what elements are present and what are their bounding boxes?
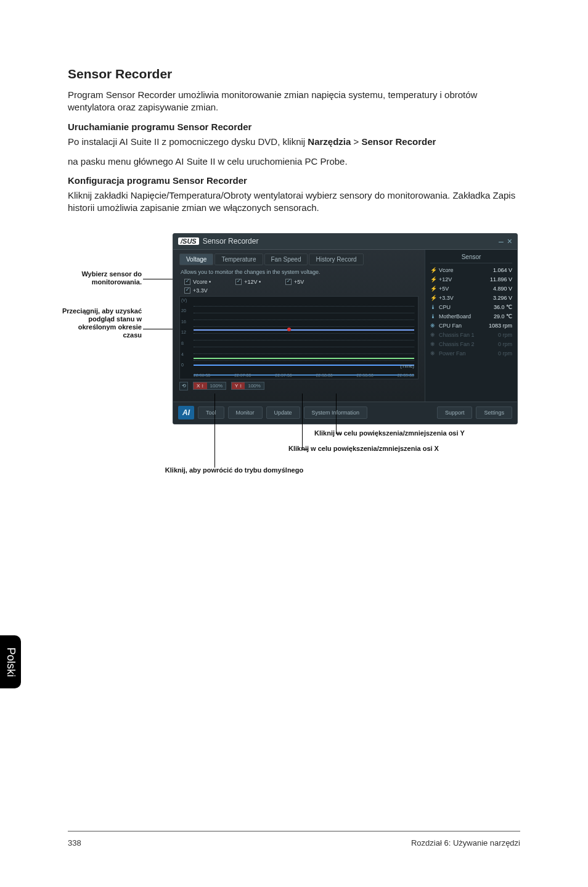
- bottom-btn-tool[interactable]: Tool: [198, 406, 224, 419]
- sensor-icon: ❋: [430, 341, 436, 347]
- zoom-y-label: Y ↕: [232, 382, 245, 389]
- sensor-row: ⚡Vcore1.064 V: [430, 267, 512, 273]
- bold-tools: Narzędzia: [308, 136, 351, 147]
- zoom-y-control[interactable]: Y ↕ 100%: [231, 382, 264, 390]
- sensor-value: 0 rpm: [498, 332, 512, 338]
- sensor-value: 29.0 ℃: [494, 313, 512, 320]
- config-body: Kliknij zakładki Napięcie/Temperatura/Ob…: [68, 189, 520, 215]
- sensor-icon: 🌡: [430, 313, 436, 320]
- zoom-reset-button[interactable]: ⟲: [179, 382, 188, 390]
- tab-voltage[interactable]: Voltage: [179, 254, 213, 265]
- checkbox-icon[interactable]: [235, 279, 242, 285]
- sensor-checkbox-row2: +3.3V: [184, 287, 419, 294]
- close-button[interactable]: ×: [507, 236, 512, 246]
- x-tick: 22:57:30: [275, 373, 292, 377]
- voltage-chart[interactable]: (V) 20 16 12 8 4 0: [179, 296, 419, 379]
- callout-line: [336, 394, 337, 434]
- sensor-side-panel: Sensor ⚡Vcore1.064 V⚡+12V11.896 V⚡+5V4.8…: [425, 250, 517, 402]
- bottom-btn-support[interactable]: Support: [437, 406, 473, 419]
- zoom-x-control[interactable]: X ↕ 100%: [193, 382, 226, 390]
- x-tick: 22:58:30: [357, 373, 374, 377]
- x-tick: 22:59:00: [398, 373, 414, 377]
- sensor-value: 36.0 ℃: [494, 304, 512, 310]
- callout-line: [214, 394, 215, 468]
- x-tick: 22:56:30: [194, 373, 210, 377]
- y-tick: 4: [181, 352, 192, 357]
- tab-history-record[interactable]: History Record: [309, 254, 363, 265]
- sensor-checkbox-row: Vcore • +12V • +5V: [184, 279, 419, 285]
- checkbox-label: +12V •: [244, 279, 261, 285]
- sensor-name: CPU Fan: [439, 323, 489, 329]
- y-tick: 8: [181, 341, 192, 345]
- sensor-panel-header: Sensor: [430, 254, 512, 263]
- checkbox-icon[interactable]: [184, 279, 190, 285]
- txt: Po instalacji AI Suite II z pomocniczego…: [68, 136, 308, 147]
- callout-line: [302, 394, 303, 449]
- chart-x-axis: 22:56:30 22:57:00 22:57:30 22:58:00 22:5…: [194, 373, 414, 377]
- sensor-name: Vcore: [439, 267, 493, 273]
- trace-3v3: [194, 365, 414, 366]
- page-number: 338: [68, 838, 81, 848]
- checkbox-label: +3.3V: [193, 287, 208, 294]
- bottom-btn-monitor[interactable]: Monitor: [228, 406, 263, 419]
- titlebar: /SUS Sensor Recorder – ×: [173, 234, 517, 250]
- tab-temperature[interactable]: Temperature: [214, 254, 263, 265]
- language-side-tab: Polski: [0, 635, 21, 688]
- bottom-btn-settings[interactable]: Settings: [476, 406, 512, 419]
- sensor-icon: ⚡: [430, 295, 436, 301]
- checkbox-icon[interactable]: [184, 287, 190, 294]
- sensor-row: 🌡MotherBoard29.0 ℃: [430, 313, 512, 320]
- subhead-launch: Uruchamianie programu Sensor Recorder: [68, 122, 520, 132]
- y-tick: 0: [181, 363, 192, 367]
- zoom-x-value: 100%: [207, 382, 226, 389]
- footer-rule: [68, 831, 520, 831]
- zoom-x-label: X ↕: [194, 382, 207, 389]
- checkbox-vcore[interactable]: Vcore •: [184, 279, 211, 285]
- sensor-value: 4.890 V: [493, 286, 512, 292]
- trace-12v: [194, 329, 414, 331]
- y-tick: 12: [181, 330, 192, 334]
- hint-text: Allows you to monitor the changes in the…: [181, 269, 419, 275]
- section-title: Sensor Recorder: [68, 67, 520, 81]
- sensor-name: Power Fan: [439, 350, 498, 357]
- sensor-icon: ⚡: [430, 267, 436, 273]
- tab-fan-speed[interactable]: Fan Speed: [264, 254, 308, 265]
- screenshot-figure: Wybierz sensor do monitorowania. Przecią…: [68, 233, 520, 517]
- launch-line1: Po instalacji AI Suite II z pomocniczego…: [68, 136, 520, 148]
- ai-suite-logo[interactable]: AI: [178, 406, 194, 419]
- sensor-icon: ⚡: [430, 286, 436, 292]
- sensor-row: ❋Chassis Fan 10 rpm: [430, 332, 512, 338]
- sensor-icon: ❋: [430, 350, 436, 357]
- subhead-config: Konfiguracja programu Sensor Recorder: [68, 175, 520, 186]
- checkbox-icon[interactable]: [285, 279, 292, 285]
- sensor-row: ⚡+12V11.896 V: [430, 276, 512, 283]
- bottom-btn-update[interactable]: Update: [266, 406, 300, 419]
- sensor-name: Chassis Fan 1: [439, 332, 498, 338]
- minimize-button[interactable]: –: [499, 236, 504, 246]
- sensor-row: ❋Chassis Fan 20 rpm: [430, 341, 512, 347]
- window-title: Sensor Recorder: [203, 237, 495, 245]
- txt: >: [351, 136, 361, 147]
- sensor-value: 0 rpm: [498, 350, 512, 357]
- checkbox-3v3[interactable]: +3.3V: [184, 287, 208, 294]
- chart-marker-dot[interactable]: [287, 328, 291, 331]
- x-tick: 22:57:00: [234, 373, 251, 377]
- sensor-name: +3.3V: [439, 295, 493, 301]
- checkbox-label: Vcore •: [193, 279, 211, 285]
- x-tick: 22:58:00: [316, 373, 332, 377]
- chapter-label: Rozdział 6: Używanie narzędzi: [411, 838, 520, 848]
- y-tick: 16: [181, 320, 192, 324]
- checkbox-12v[interactable]: +12V •: [235, 279, 261, 285]
- ai-suite-bottombar: AI Tool Monitor Update System Informatio…: [173, 402, 517, 424]
- app-window: /SUS Sensor Recorder – × Voltage Tempera…: [173, 233, 518, 424]
- trace-5v: [194, 358, 414, 359]
- checkbox-5v[interactable]: +5V: [285, 279, 304, 285]
- sensor-row: ❋Power Fan0 rpm: [430, 350, 512, 357]
- page-footer: 338 Rozdział 6: Używanie narzędzi: [0, 838, 588, 848]
- time-badge: (Time): [400, 363, 414, 369]
- asus-logo: /SUS: [178, 237, 199, 245]
- sensor-name: +5V: [439, 286, 493, 292]
- sensor-row: ⚡+5V4.890 V: [430, 286, 512, 292]
- sensor-name: CPU: [439, 304, 494, 310]
- sensor-value: 0 rpm: [498, 341, 512, 347]
